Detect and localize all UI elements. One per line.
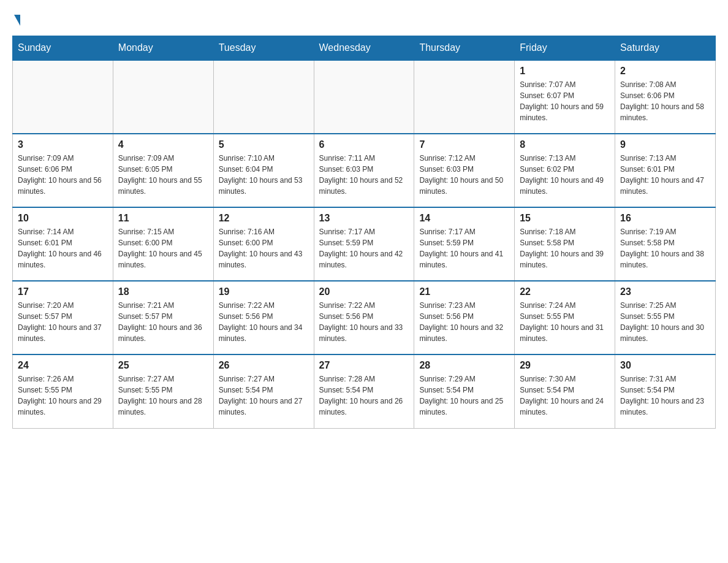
- day-info: Sunrise: 7:22 AM Sunset: 5:56 PM Dayligh…: [219, 300, 309, 344]
- day-number: 2: [620, 66, 710, 77]
- day-number: 28: [419, 360, 509, 371]
- day-number: 10: [18, 213, 108, 224]
- day-number: 24: [18, 360, 108, 371]
- calendar-cell: 1Sunrise: 7:07 AM Sunset: 6:07 PM Daylig…: [515, 60, 615, 134]
- day-info: Sunrise: 7:30 AM Sunset: 5:54 PM Dayligh…: [520, 373, 610, 418]
- day-number: 25: [118, 360, 208, 371]
- calendar-cell: 21Sunrise: 7:23 AM Sunset: 5:56 PM Dayli…: [414, 281, 515, 354]
- calendar-cell: 3Sunrise: 7:09 AM Sunset: 6:06 PM Daylig…: [13, 134, 113, 207]
- calendar-cell: 18Sunrise: 7:21 AM Sunset: 5:57 PM Dayli…: [113, 281, 213, 354]
- day-of-week-header: Thursday: [414, 36, 515, 61]
- calendar-cell: [13, 60, 113, 134]
- calendar-cell: [314, 60, 414, 134]
- day-number: 23: [620, 286, 710, 297]
- day-number: 29: [520, 360, 610, 371]
- day-info: Sunrise: 7:14 AM Sunset: 6:01 PM Dayligh…: [18, 226, 108, 270]
- day-info: Sunrise: 7:12 AM Sunset: 6:03 PM Dayligh…: [419, 153, 509, 197]
- day-info: Sunrise: 7:20 AM Sunset: 5:57 PM Dayligh…: [18, 300, 108, 344]
- calendar-cell: [113, 60, 213, 134]
- calendar-cell: 24Sunrise: 7:26 AM Sunset: 5:55 PM Dayli…: [13, 354, 113, 428]
- day-info: Sunrise: 7:29 AM Sunset: 5:54 PM Dayligh…: [419, 373, 509, 418]
- calendar-cell: 19Sunrise: 7:22 AM Sunset: 5:56 PM Dayli…: [213, 281, 314, 354]
- day-number: 30: [620, 360, 710, 371]
- calendar-cell: [414, 60, 515, 134]
- day-number: 9: [620, 139, 710, 150]
- day-of-week-header: Saturday: [615, 36, 716, 61]
- calendar-week-row: 3Sunrise: 7:09 AM Sunset: 6:06 PM Daylig…: [13, 134, 716, 207]
- calendar-cell: 12Sunrise: 7:16 AM Sunset: 6:00 PM Dayli…: [213, 207, 314, 281]
- day-info: Sunrise: 7:22 AM Sunset: 5:56 PM Dayligh…: [319, 300, 409, 344]
- day-info: Sunrise: 7:31 AM Sunset: 5:54 PM Dayligh…: [620, 373, 710, 418]
- day-number: 1: [520, 66, 610, 77]
- day-info: Sunrise: 7:19 AM Sunset: 5:58 PM Dayligh…: [620, 226, 710, 270]
- calendar-cell: 16Sunrise: 7:19 AM Sunset: 5:58 PM Dayli…: [615, 207, 716, 281]
- day-info: Sunrise: 7:13 AM Sunset: 6:02 PM Dayligh…: [520, 153, 610, 197]
- day-of-week-header: Friday: [515, 36, 615, 61]
- day-of-week-header: Sunday: [13, 36, 113, 61]
- day-info: Sunrise: 7:07 AM Sunset: 6:07 PM Dayligh…: [520, 79, 610, 123]
- day-number: 19: [219, 286, 309, 297]
- calendar-cell: 23Sunrise: 7:25 AM Sunset: 5:55 PM Dayli…: [615, 281, 716, 354]
- day-number: 6: [319, 139, 409, 150]
- calendar-cell: 22Sunrise: 7:24 AM Sunset: 5:55 PM Dayli…: [515, 281, 615, 354]
- day-number: 21: [419, 286, 509, 297]
- day-number: 13: [319, 213, 409, 224]
- day-number: 12: [219, 213, 309, 224]
- day-info: Sunrise: 7:08 AM Sunset: 6:06 PM Dayligh…: [620, 79, 710, 123]
- calendar-cell: 7Sunrise: 7:12 AM Sunset: 6:03 PM Daylig…: [414, 134, 515, 207]
- day-number: 15: [520, 213, 610, 224]
- logo-arrow-icon: [14, 15, 20, 26]
- calendar-week-row: 1Sunrise: 7:07 AM Sunset: 6:07 PM Daylig…: [13, 60, 716, 134]
- calendar-cell: 13Sunrise: 7:17 AM Sunset: 5:59 PM Dayli…: [314, 207, 414, 281]
- day-number: 5: [219, 139, 309, 150]
- day-info: Sunrise: 7:23 AM Sunset: 5:56 PM Dayligh…: [419, 300, 509, 344]
- day-number: 18: [118, 286, 208, 297]
- day-number: 22: [520, 286, 610, 297]
- day-info: Sunrise: 7:13 AM Sunset: 6:01 PM Dayligh…: [620, 153, 710, 197]
- calendar-cell: [213, 60, 314, 134]
- day-number: 8: [520, 139, 610, 150]
- day-info: Sunrise: 7:21 AM Sunset: 5:57 PM Dayligh…: [118, 300, 208, 344]
- day-of-week-header: Tuesday: [213, 36, 314, 61]
- calendar-cell: 11Sunrise: 7:15 AM Sunset: 6:00 PM Dayli…: [113, 207, 213, 281]
- day-number: 11: [118, 213, 208, 224]
- day-number: 20: [319, 286, 409, 297]
- calendar-cell: 9Sunrise: 7:13 AM Sunset: 6:01 PM Daylig…: [615, 134, 716, 207]
- calendar-cell: 6Sunrise: 7:11 AM Sunset: 6:03 PM Daylig…: [314, 134, 414, 207]
- calendar-cell: 25Sunrise: 7:27 AM Sunset: 5:55 PM Dayli…: [113, 354, 213, 428]
- calendar-week-row: 24Sunrise: 7:26 AM Sunset: 5:55 PM Dayli…: [13, 354, 716, 428]
- day-info: Sunrise: 7:24 AM Sunset: 5:55 PM Dayligh…: [520, 300, 610, 344]
- calendar-cell: 2Sunrise: 7:08 AM Sunset: 6:06 PM Daylig…: [615, 60, 716, 134]
- calendar-cell: 14Sunrise: 7:17 AM Sunset: 5:59 PM Dayli…: [414, 207, 515, 281]
- day-number: 16: [620, 213, 710, 224]
- day-info: Sunrise: 7:09 AM Sunset: 6:06 PM Dayligh…: [18, 153, 108, 197]
- calendar-cell: 8Sunrise: 7:13 AM Sunset: 6:02 PM Daylig…: [515, 134, 615, 207]
- calendar-header-row: SundayMondayTuesdayWednesdayThursdayFrid…: [13, 36, 716, 61]
- calendar-cell: 27Sunrise: 7:28 AM Sunset: 5:54 PM Dayli…: [314, 354, 414, 428]
- day-of-week-header: Monday: [113, 36, 213, 61]
- calendar-cell: 20Sunrise: 7:22 AM Sunset: 5:56 PM Dayli…: [314, 281, 414, 354]
- day-number: 17: [18, 286, 108, 297]
- day-info: Sunrise: 7:09 AM Sunset: 6:05 PM Dayligh…: [118, 153, 208, 197]
- calendar-week-row: 17Sunrise: 7:20 AM Sunset: 5:57 PM Dayli…: [13, 281, 716, 354]
- day-info: Sunrise: 7:18 AM Sunset: 5:58 PM Dayligh…: [520, 226, 610, 270]
- day-info: Sunrise: 7:11 AM Sunset: 6:03 PM Dayligh…: [319, 153, 409, 197]
- calendar-cell: 15Sunrise: 7:18 AM Sunset: 5:58 PM Dayli…: [515, 207, 615, 281]
- page-header: [12, 12, 716, 26]
- day-number: 7: [419, 139, 509, 150]
- day-number: 4: [118, 139, 208, 150]
- day-info: Sunrise: 7:25 AM Sunset: 5:55 PM Dayligh…: [620, 300, 710, 344]
- day-number: 27: [319, 360, 409, 371]
- day-number: 3: [18, 139, 108, 150]
- calendar-cell: 17Sunrise: 7:20 AM Sunset: 5:57 PM Dayli…: [13, 281, 113, 354]
- calendar-cell: 10Sunrise: 7:14 AM Sunset: 6:01 PM Dayli…: [13, 207, 113, 281]
- day-info: Sunrise: 7:16 AM Sunset: 6:00 PM Dayligh…: [219, 226, 309, 270]
- day-info: Sunrise: 7:27 AM Sunset: 5:55 PM Dayligh…: [118, 373, 208, 418]
- day-number: 14: [419, 213, 509, 224]
- calendar-week-row: 10Sunrise: 7:14 AM Sunset: 6:01 PM Dayli…: [13, 207, 716, 281]
- day-number: 26: [219, 360, 309, 371]
- calendar-cell: 5Sunrise: 7:10 AM Sunset: 6:04 PM Daylig…: [213, 134, 314, 207]
- day-info: Sunrise: 7:26 AM Sunset: 5:55 PM Dayligh…: [18, 373, 108, 418]
- day-info: Sunrise: 7:27 AM Sunset: 5:54 PM Dayligh…: [219, 373, 309, 418]
- logo: [12, 12, 20, 26]
